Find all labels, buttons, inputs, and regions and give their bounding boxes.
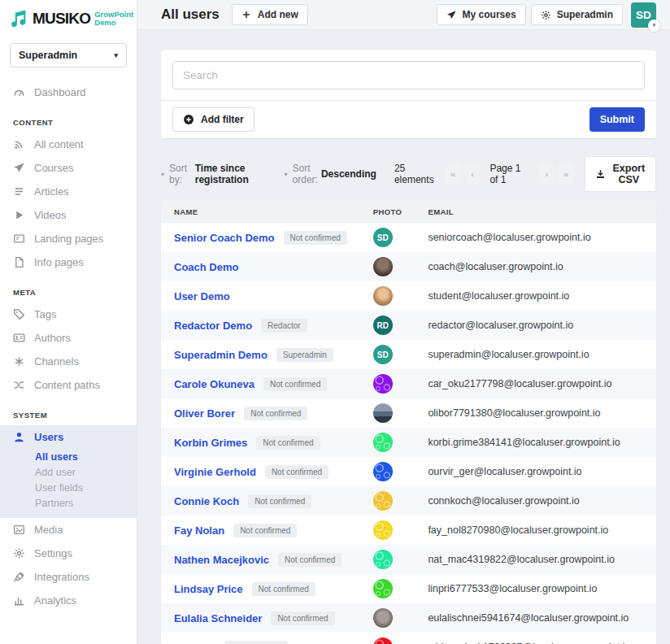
status-badge: Not confirmed — [224, 641, 288, 644]
user-name-link[interactable]: Carole Okuneva — [174, 378, 255, 390]
list-icon — [13, 185, 25, 198]
table-row: Senior Coach Demo Not confirmed SD senio… — [161, 223, 656, 252]
users-table-card: Name Photo Email Details Senior Coach De… — [161, 200, 656, 644]
user-name-link[interactable]: Connie Koch — [174, 495, 239, 507]
play-icon — [13, 209, 25, 221]
sidebar-item-tags[interactable]: Tags — [0, 302, 137, 326]
avatar — [373, 403, 393, 423]
column-header-email: Email — [415, 200, 643, 223]
topbar: All users Add new My courses Superadmin — [137, 0, 670, 30]
gear-icon — [541, 10, 551, 20]
superadmin-button[interactable]: Superadmin — [531, 4, 623, 25]
user-name-link[interactable]: Nathen Macejkovic — [174, 554, 269, 566]
role-select-value: Superadmin — [19, 50, 77, 61]
sidebar: MUSIKO GrowPoint Demo Superadmin ▾ Dashb… — [0, 0, 137, 644]
brand-logo[interactable]: MUSIKO GrowPoint Demo — [0, 0, 137, 36]
submit-button[interactable]: Submit — [590, 107, 645, 132]
elements-count: 25 elements — [394, 163, 434, 185]
table-row: Whitney Not confirmed whitn_wisok1729325… — [161, 633, 656, 644]
filter-card: Add filter Submit — [161, 50, 656, 138]
sidebar-item-info-pages[interactable]: Info pages — [0, 250, 137, 274]
avatar — [373, 579, 393, 598]
user-email: ourvir_ger@localuser.growpoint.io — [415, 457, 643, 486]
avatar — [373, 520, 393, 540]
avatar: SD — [373, 345, 393, 364]
sidebar-item-label: Tags — [34, 308, 56, 320]
main-area: All users Add new My courses Superadmin — [137, 0, 670, 644]
sidebar-item-settings[interactable]: Settings — [0, 542, 137, 565]
user-name-link[interactable]: Whitney — [174, 642, 215, 644]
status-badge: Not confirmed — [271, 611, 334, 625]
sort-order-dropdown[interactable]: ▾ Sort order: Descending — [285, 163, 376, 185]
user-name-link[interactable]: Fay Nolan — [174, 524, 224, 537]
user-name-link[interactable]: Redactor Demo — [174, 320, 252, 332]
sidebar-item-integrations[interactable]: Integrations — [0, 565, 137, 589]
user-name-link[interactable]: Superadmin Demo — [174, 349, 268, 361]
sidebar-item-articles[interactable]: Articles — [0, 180, 137, 203]
nav-section-label: Meta — [0, 274, 137, 302]
role-select[interactable]: Superadmin ▾ — [10, 43, 127, 67]
table-row: User Demo student@localuser.growpoint.io — [161, 281, 656, 311]
user-email: nat_mac4319822@localuser.growpoint.io — [415, 545, 643, 574]
sort-by-value: Time since registration — [195, 163, 267, 185]
user-name-link[interactable]: Virginie Gerhold — [174, 466, 256, 478]
avatar — [373, 257, 393, 276]
asterisk-icon — [13, 355, 25, 368]
user-avatar[interactable]: SD ▾ — [631, 2, 656, 28]
user-name-link[interactable]: Coach Demo — [174, 261, 238, 273]
first-page-button[interactable]: « — [446, 164, 461, 184]
nav-section-label: System — [0, 397, 137, 425]
user-email: eulalischnei5941674@localuser.growpoint.… — [415, 603, 643, 633]
user-name-link[interactable]: User Demo — [174, 290, 230, 302]
sidebar-nav: DashboardContentAll contentCoursesArticl… — [0, 71, 137, 612]
user-name-link[interactable]: Korbin Grimes — [174, 437, 247, 449]
user-email: fay_nol8270980@localuser.growpoint.io — [415, 516, 643, 545]
sidebar-subitem-all-users[interactable]: All users — [0, 449, 137, 464]
sidebar-item-label: All content — [34, 138, 84, 150]
gauge-icon — [13, 86, 25, 98]
add-new-button[interactable]: Add new — [232, 4, 308, 25]
sidebar-item-authors[interactable]: Authors — [0, 326, 137, 350]
search-input[interactable] — [172, 61, 645, 89]
user-name-link[interactable]: Senior Coach Demo — [174, 232, 275, 244]
avatar: SD — [373, 228, 393, 247]
column-header-details: Details — [643, 200, 656, 223]
sidebar-item-dashboard[interactable]: Dashboard — [0, 80, 137, 104]
sidebar-item-label: Analytics — [34, 594, 76, 607]
export-csv-button[interactable]: Export CSV — [585, 156, 656, 192]
avatar — [373, 374, 393, 394]
add-filter-button[interactable]: Add filter — [172, 107, 255, 132]
user-name-link[interactable]: Eulalia Schneider — [174, 612, 262, 624]
prev-page-button[interactable]: ‹ — [465, 164, 481, 184]
user-name-link[interactable]: Oliver Borer — [174, 407, 235, 420]
sidebar-item-videos[interactable]: Videos — [0, 203, 137, 227]
status-badge: Not confirmed — [284, 231, 347, 245]
sidebar-item-analytics[interactable]: Analytics — [0, 589, 137, 612]
image-icon — [13, 524, 25, 536]
status-badge: Not confirmed — [263, 377, 327, 391]
next-page-button[interactable]: › — [539, 164, 555, 184]
sidebar-item-landing-pages[interactable]: Landing pages — [0, 227, 137, 250]
sidebar-item-users[interactable]: Users — [0, 425, 137, 449]
sidebar-subitem-add-user[interactable]: Add user — [0, 464, 137, 480]
caret-down-icon: ▾ — [161, 171, 164, 178]
status-badge: Not confirmed — [256, 436, 320, 450]
table-row: Virginie Gerhold Not confirmed ourvir_ge… — [161, 457, 656, 486]
sidebar-subitem-partners[interactable]: Partners — [0, 495, 137, 511]
sidebar-subitem-user-fields[interactable]: User fields — [0, 480, 137, 495]
sidebar-item-content-paths[interactable]: Content paths — [0, 373, 137, 397]
sidebar-item-courses[interactable]: Courses — [0, 156, 137, 180]
chevron-down-icon: ▾ — [114, 51, 118, 59]
chart-icon — [13, 594, 25, 607]
status-badge: Superadmin — [276, 348, 333, 362]
last-page-button[interactable]: » — [559, 164, 574, 184]
sidebar-item-channels[interactable]: Channels — [0, 350, 137, 373]
page-indicator: Page 1 of 1 — [489, 163, 529, 185]
sort-by-dropdown[interactable]: ▾ Sort by: Time since registration — [161, 163, 267, 185]
user-name-link[interactable]: Lindsay Price — [174, 583, 243, 595]
table-row: Oliver Borer Not confirmed olibor7791380… — [161, 398, 656, 428]
sidebar-item-all-content[interactable]: All content — [0, 133, 137, 156]
table-row: Fay Nolan Not confirmed fay_nol8270980@l… — [161, 516, 656, 545]
sidebar-item-media[interactable]: Media — [0, 518, 137, 542]
my-courses-button[interactable]: My courses — [437, 4, 526, 25]
